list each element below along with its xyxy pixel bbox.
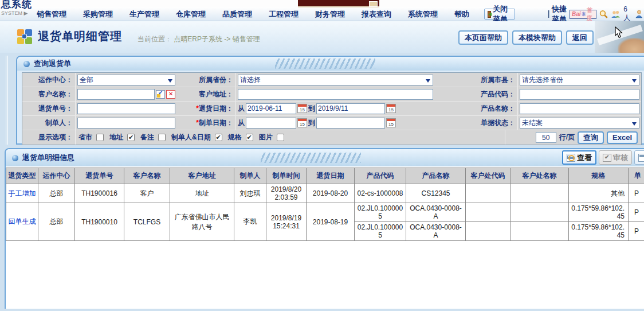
baidu-search-badge[interactable]: Bai ❋ 首度 bbox=[570, 10, 596, 19]
option-checkbox-spec[interactable]: ✔ bbox=[246, 134, 253, 141]
option-checkbox-province[interactable] bbox=[96, 134, 104, 141]
option-checkbox-maker-date[interactable]: ✔ bbox=[215, 134, 222, 141]
cell-cust-code bbox=[466, 222, 511, 241]
city-select[interactable]: 请先选择省份 bbox=[520, 75, 639, 85]
cell-order-no: TH1900016 bbox=[75, 184, 124, 203]
make-date-to-input[interactable] bbox=[316, 118, 385, 129]
return-date-from-input[interactable] bbox=[246, 103, 296, 114]
detail-toolbar: 查看 审核 作 bbox=[562, 150, 644, 165]
col-unit[interactable]: 单 bbox=[629, 168, 644, 184]
page-title: 退货单明细管理 bbox=[38, 29, 122, 44]
audit-icon bbox=[603, 154, 611, 162]
return-date-to-input[interactable] bbox=[316, 103, 385, 114]
app-logo: 息系统 SYSTEM ▶ bbox=[1, 0, 32, 16]
left-splitter[interactable] bbox=[5, 56, 10, 145]
order-no-input[interactable] bbox=[77, 103, 175, 114]
menu-item-finance[interactable]: 财务管理 bbox=[315, 9, 345, 20]
baidu-paw-icon: ❋ bbox=[582, 11, 586, 17]
col-pname[interactable]: 产品名称 bbox=[406, 168, 466, 184]
calendar-icon[interactable]: 15 bbox=[386, 104, 396, 113]
pname-input[interactable] bbox=[520, 103, 639, 114]
door-exit-icon bbox=[486, 11, 491, 18]
center-label: 运作中心： bbox=[22, 73, 75, 87]
menu-item-engineering[interactable]: 工程管理 bbox=[269, 9, 299, 20]
page-help-button[interactable]: 本页面帮助 bbox=[458, 30, 508, 45]
logo-subtitle: SYSTEM ▶ bbox=[1, 11, 32, 16]
col-make-time[interactable]: 制单时间 bbox=[266, 168, 307, 184]
breadcrumb: 当前位置： 点晴ERP子系统 -> 销售管理 bbox=[138, 34, 260, 44]
cell-order-no: TH1900010 bbox=[75, 203, 124, 241]
customer-picker-icon[interactable] bbox=[156, 90, 165, 99]
customer-clear-icon[interactable] bbox=[166, 90, 175, 99]
col-maker[interactable]: 制单人 bbox=[234, 168, 266, 184]
menu-item-reports[interactable]: 报表查询 bbox=[362, 9, 391, 20]
panel-bullet-icon bbox=[12, 155, 18, 161]
close-menu-button[interactable]: 关闭菜单 bbox=[484, 9, 515, 20]
topbar-icons: Bai ❋ 首度 6人 bbox=[570, 5, 643, 23]
col-cust-name[interactable]: 客户处名称 bbox=[511, 168, 569, 184]
page-size-unit: 行/页 bbox=[559, 133, 575, 142]
col-address[interactable]: 客户地址 bbox=[170, 168, 234, 184]
detail-panel-header: 退货单明细信息 查看 审核 作 bbox=[6, 149, 644, 166]
return-type-link[interactable]: 手工增加 bbox=[9, 189, 36, 197]
cell-cust-name bbox=[511, 222, 569, 241]
breadcrumb-path: 点晴ERP子系统 -> 销售管理 bbox=[174, 35, 260, 43]
return-type-link[interactable]: 回单生成 bbox=[9, 217, 36, 226]
search-button[interactable]: 查询 bbox=[578, 131, 604, 144]
view-icon bbox=[567, 154, 575, 162]
menu-item-warehouse[interactable]: 仓库管理 bbox=[176, 9, 206, 20]
address-label: 客户地址： bbox=[177, 87, 235, 101]
customer-label: 客户名称： bbox=[22, 87, 75, 101]
province-select[interactable]: 请选择 bbox=[238, 75, 433, 85]
make-date-from-input[interactable] bbox=[246, 118, 296, 129]
panel-bullet-icon bbox=[23, 61, 30, 67]
cell-pname: OCA.0430-0008-A bbox=[406, 222, 466, 241]
col-center[interactable]: 运作中心 bbox=[38, 168, 75, 184]
table-row: 手工增加 总部 TH1900016 客户 地址 刘忠琪 2019/8/20 2:… bbox=[6, 184, 644, 203]
cell-spec: 0.175*59.86*102.45 bbox=[569, 222, 629, 241]
pcode-input[interactable] bbox=[520, 89, 639, 100]
view-button[interactable]: 查看 bbox=[562, 150, 596, 165]
col-order-no[interactable]: 退货单号 bbox=[75, 168, 124, 184]
menu-item-production[interactable]: 生产管理 bbox=[129, 9, 159, 20]
audit-button[interactable]: 审核 bbox=[599, 150, 632, 165]
menu-item-quality[interactable]: 品质管理 bbox=[222, 9, 252, 20]
module-icon bbox=[17, 29, 32, 44]
address-input[interactable] bbox=[238, 89, 433, 100]
back-button[interactable]: 返回 bbox=[566, 30, 594, 45]
customer-input[interactable] bbox=[77, 89, 155, 100]
online-users-icon[interactable] bbox=[611, 10, 621, 19]
menu-item-system[interactable]: 系统管理 bbox=[408, 9, 438, 20]
status-select[interactable]: 未结案 bbox=[520, 118, 639, 129]
col-return-type[interactable]: 退货类型 bbox=[6, 168, 38, 184]
module-help-button[interactable]: 本模块帮助 bbox=[512, 30, 562, 45]
cell-cust-name bbox=[511, 203, 569, 222]
cell-maker: 刘忠琪 bbox=[234, 184, 266, 203]
search-icon[interactable] bbox=[599, 9, 608, 19]
col-cust-code[interactable]: 客户处代码 bbox=[466, 168, 511, 184]
maker-input[interactable] bbox=[77, 118, 175, 129]
calendar-icon[interactable]: 15 bbox=[297, 104, 307, 113]
main-menu: 销售管理 采购管理 生产管理 仓库管理 品质管理 工程管理 财务管理 报表查询 … bbox=[37, 9, 469, 20]
clipped-button[interactable]: 作 bbox=[634, 150, 644, 165]
col-return-date[interactable]: 退货日期 bbox=[307, 168, 355, 184]
option-checkbox-address[interactable]: ✔ bbox=[127, 134, 135, 141]
option-checkbox-image[interactable] bbox=[277, 134, 284, 141]
excel-button[interactable]: Excel bbox=[607, 131, 638, 144]
calendar-icon[interactable]: 15 bbox=[386, 118, 396, 127]
user-icon[interactable] bbox=[635, 9, 643, 19]
col-customer[interactable]: 客户名称 bbox=[124, 168, 170, 184]
menu-item-purchase[interactable]: 采购管理 bbox=[83, 9, 113, 20]
baidu-label2: 首度 bbox=[587, 6, 594, 22]
menu-item-help[interactable]: 帮助 bbox=[454, 9, 469, 20]
col-spec[interactable]: 规格 bbox=[569, 168, 629, 184]
option-checkbox-remark[interactable] bbox=[158, 134, 166, 141]
query-panel-header: 查询退货单 bbox=[17, 57, 644, 71]
window-button bbox=[369, 1, 378, 7]
center-select[interactable]: 全部 bbox=[77, 75, 175, 85]
option-label-address: 地址 bbox=[109, 133, 123, 142]
col-pcode[interactable]: 产品代码 bbox=[355, 168, 406, 184]
menu-item-sales[interactable]: 销售管理 bbox=[37, 9, 66, 20]
page-size-input[interactable] bbox=[536, 132, 556, 143]
calendar-icon[interactable]: 15 bbox=[297, 118, 307, 127]
